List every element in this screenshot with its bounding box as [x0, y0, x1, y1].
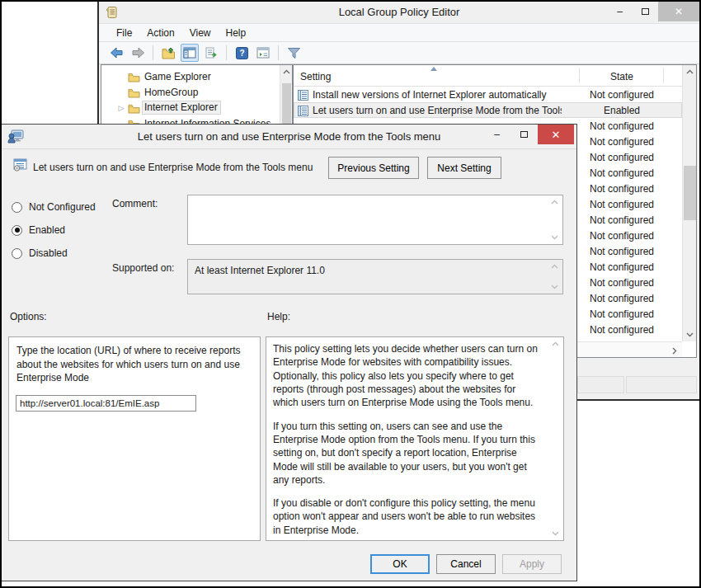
list-header: Setting State — [294, 65, 682, 87]
status-pane — [626, 376, 697, 393]
up-folder-icon[interactable] — [159, 44, 177, 62]
ok-button[interactable]: OK — [370, 554, 430, 574]
radio-button-icon[interactable] — [12, 248, 22, 259]
scroll-up-icon — [551, 264, 558, 269]
policy-setting-dialog: Let users turn on and use Enterprise Mod… — [1, 124, 577, 581]
scroll-down-icon — [551, 285, 558, 289]
radio-not-configured[interactable]: Not Configured — [12, 195, 96, 219]
menu-action[interactable]: Action — [139, 26, 181, 40]
setting-state: Not configured — [579, 308, 665, 320]
supported-on-box: At least Internet Explorer 11.0 — [187, 259, 563, 294]
gpedit-titlebar: Local Group Policy Editor – ✕ — [99, 2, 699, 23]
column-divider[interactable] — [663, 68, 664, 83]
supported-on-label: Supported on: — [112, 262, 174, 274]
minimize-button[interactable]: – — [607, 2, 633, 21]
column-divider[interactable] — [579, 68, 580, 83]
tree-item-label[interactable]: Internet Explorer — [142, 101, 221, 115]
policy-setting-icon — [13, 158, 27, 175]
dialog-minimize-button[interactable]: – — [483, 125, 510, 144]
supported-on-value: At least Internet Explorer 11.0 — [195, 265, 325, 276]
filter-icon[interactable] — [285, 44, 303, 62]
svg-text:?: ? — [239, 49, 244, 58]
setting-state: Not configured — [579, 183, 665, 195]
maximize-icon — [642, 8, 649, 15]
dialog-caption-buttons: – ✕ — [483, 125, 574, 144]
expander-icon[interactable]: ▷ — [117, 104, 125, 112]
radio-button-icon[interactable] — [12, 225, 22, 236]
help-paragraph: This policy setting lets you decide whet… — [273, 342, 543, 410]
setting-state: Not configured — [579, 199, 665, 210]
forward-icon[interactable] — [129, 44, 147, 62]
options-instruction-text: Type the location (URL) of where to rece… — [16, 344, 256, 385]
toolbar-separator — [226, 45, 227, 60]
scroll-up-icon — [552, 341, 559, 346]
menu-file[interactable]: File — [109, 26, 139, 40]
setting-state: Not configured — [579, 277, 665, 289]
comment-label: Comment: — [112, 198, 158, 209]
apply-button[interactable]: Apply — [502, 554, 562, 574]
setting-state: Not configured — [579, 214, 665, 226]
setting-state: Not configured — [579, 120, 665, 132]
toolbar-separator — [278, 45, 279, 60]
setting-state: Not configured — [579, 136, 665, 148]
export-list-icon[interactable] — [202, 44, 220, 62]
policy-row[interactable]: Install new versions of Internet Explore… — [294, 87, 682, 102]
radio-disabled[interactable]: Disabled — [12, 242, 96, 265]
setting-state: Not configured — [579, 230, 665, 242]
dialog-maximize-button[interactable] — [510, 125, 538, 144]
column-header-setting[interactable]: Setting — [300, 71, 331, 82]
tree-item-game-explorer[interactable]: Game Explorer — [101, 68, 279, 84]
menu-help[interactable]: Help — [219, 26, 254, 40]
dialog-close-button[interactable]: ✕ — [538, 125, 574, 144]
setting-name: Install new versions of Internet Explore… — [313, 89, 562, 101]
scroll-up-icon — [686, 69, 694, 74]
radio-label: Not Configured — [29, 201, 96, 213]
radio-enabled[interactable]: Enabled — [12, 219, 96, 242]
radio-label: Enabled — [29, 224, 65, 236]
previous-setting-button[interactable]: Previous Setting — [328, 157, 419, 179]
list-scrollbar-thumb[interactable] — [684, 166, 696, 220]
screen: Local Group Policy Editor – ✕ FileAction… — [0, 0, 701, 588]
toolbar: ? — [99, 42, 699, 64]
setting-state: Not configured — [579, 152, 665, 163]
radio-button-icon[interactable] — [12, 202, 22, 213]
scroll-down-icon — [552, 531, 559, 536]
column-header-state[interactable]: State — [581, 71, 663, 82]
sort-ascending-icon — [430, 67, 437, 71]
maximize-button[interactable] — [633, 2, 658, 21]
scroll-up-icon — [551, 200, 558, 205]
next-setting-button[interactable]: Next Setting — [427, 157, 501, 179]
setting-state: Not configured — [579, 261, 665, 273]
tree-item-internet-explorer[interactable]: ▷Internet Explorer — [101, 100, 279, 115]
tree-item-label[interactable]: HomeGroup — [144, 87, 198, 98]
scroll-down-icon — [551, 235, 558, 240]
policy-row[interactable]: Let users turn on and use Enterprise Mod… — [294, 102, 682, 118]
menu-view[interactable]: View — [182, 26, 219, 40]
tree-item-label[interactable]: Game Explorer — [144, 71, 211, 82]
help-label: Help: — [267, 311, 290, 322]
help-panel: This policy setting lets you decide whet… — [266, 336, 564, 541]
tree-item-homegroup[interactable]: HomeGroup — [101, 84, 279, 100]
setting-state: Enabled — [579, 105, 665, 116]
status-pane — [577, 376, 624, 393]
policy-name: Let users turn on and use Enterprise Mod… — [33, 162, 313, 173]
setting-state: Not configured — [579, 293, 665, 304]
options-panel: Type the location (URL) of where to rece… — [8, 336, 261, 541]
scroll-right-icon — [672, 347, 677, 355]
help-icon[interactable]: ? — [233, 44, 251, 62]
new-window-icon[interactable] — [254, 44, 272, 62]
help-paragraph: If you disable or don't configure this p… — [273, 496, 543, 537]
console-tree-icon[interactable] — [181, 44, 199, 62]
list-vertical-scrollbar[interactable] — [682, 65, 696, 341]
radio-label: Disabled — [29, 247, 68, 259]
maximize-icon — [520, 131, 528, 138]
back-icon[interactable] — [107, 44, 125, 62]
report-url-input[interactable] — [16, 395, 196, 412]
toolbar-separator — [153, 45, 153, 60]
scroll-down-icon — [686, 332, 694, 337]
scroll-up-icon — [283, 69, 290, 74]
setting-state: Not configured — [579, 246, 665, 257]
comment-textarea[interactable] — [187, 195, 563, 245]
close-button[interactable]: ✕ — [658, 2, 699, 21]
cancel-button[interactable]: Cancel — [436, 554, 496, 574]
